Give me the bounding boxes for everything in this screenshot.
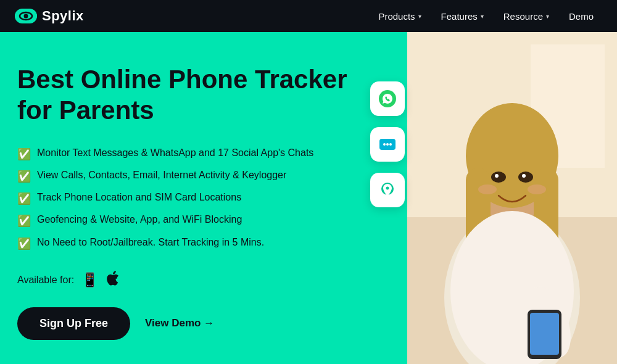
svg-point-20 — [495, 174, 499, 178]
list-item: ✅ View Calls, Contacts, Email, Internet … — [17, 168, 383, 184]
hero-content: Best Online Phone Tracker for Parents ✅ … — [0, 32, 407, 364]
feature-list: ✅ Monitor Text Messages & WhatsApp and 1… — [17, 146, 383, 252]
hero-section: Best Online Phone Tracker for Parents ✅ … — [0, 32, 617, 364]
location-icon — [378, 181, 397, 199]
demo-button[interactable]: View Demo → — [145, 317, 214, 329]
svg-point-5 — [383, 143, 386, 146]
message-icon — [378, 135, 397, 154]
list-item: ✅ Geofencing & Website, App, and WiFi Bl… — [17, 213, 383, 229]
list-item: ✅ Track Phone Location and SIM Card Loca… — [17, 191, 383, 207]
hero-right: // Will be generated below — [407, 32, 617, 364]
svg-point-22 — [478, 184, 497, 194]
check-icon-2: ✅ — [17, 169, 31, 184]
check-icon-3: ✅ — [17, 191, 31, 207]
nav-demo[interactable]: Demo — [560, 6, 602, 27]
check-icon-1: ✅ — [17, 147, 31, 162]
navbar: Spylix Products ▾ Features ▾ Resource ▾ … — [0, 0, 617, 32]
svg-point-19 — [518, 172, 533, 183]
svg-rect-0 — [15, 9, 37, 23]
platform-icons: 📱 — [81, 270, 119, 290]
svg-point-2 — [24, 14, 28, 19]
app-icons — [370, 81, 405, 207]
nav-resource[interactable]: Resource ▾ — [495, 6, 558, 27]
nav-menu: Products ▾ Features ▾ Resource ▾ Demo — [370, 6, 602, 27]
svg-rect-27 — [530, 313, 559, 355]
svg-point-7 — [389, 143, 392, 146]
list-item: ✅ No Need to Root/Jailbreak. Start Track… — [17, 236, 383, 252]
cta-buttons: Sign Up Free View Demo → — [17, 307, 383, 340]
signup-button[interactable]: Sign Up Free — [17, 307, 130, 340]
available-label: Available for: — [17, 275, 74, 286]
resource-chevron-icon: ▾ — [546, 13, 549, 20]
check-icon-5: ✅ — [17, 236, 31, 252]
woman-svg — [407, 32, 617, 364]
products-chevron-icon: ▾ — [418, 13, 421, 20]
android-icon: 📱 — [81, 272, 98, 288]
check-icon-4: ✅ — [17, 213, 31, 229]
whatsapp-icon — [378, 89, 397, 108]
logo[interactable]: Spylix — [15, 8, 84, 24]
message-icon-bubble — [370, 127, 405, 162]
location-icon-bubble — [370, 173, 405, 207]
svg-point-21 — [522, 174, 526, 178]
svg-point-18 — [491, 172, 506, 183]
svg-point-6 — [386, 143, 389, 146]
whatsapp-icon-bubble — [370, 81, 405, 116]
nav-features[interactable]: Features ▾ — [433, 6, 492, 27]
apple-icon — [106, 270, 119, 290]
features-chevron-icon: ▾ — [481, 13, 484, 20]
list-item: ✅ Monitor Text Messages & WhatsApp and 1… — [17, 146, 383, 162]
svg-point-23 — [528, 184, 546, 194]
logo-icon — [15, 9, 37, 23]
hero-photo — [407, 32, 617, 364]
nav-products[interactable]: Products ▾ — [370, 6, 429, 27]
available-for: Available for: 📱 — [17, 270, 383, 290]
logo-text: Spylix — [42, 8, 84, 24]
hero-title: Best Online Phone Tracker for Parents — [17, 64, 375, 126]
